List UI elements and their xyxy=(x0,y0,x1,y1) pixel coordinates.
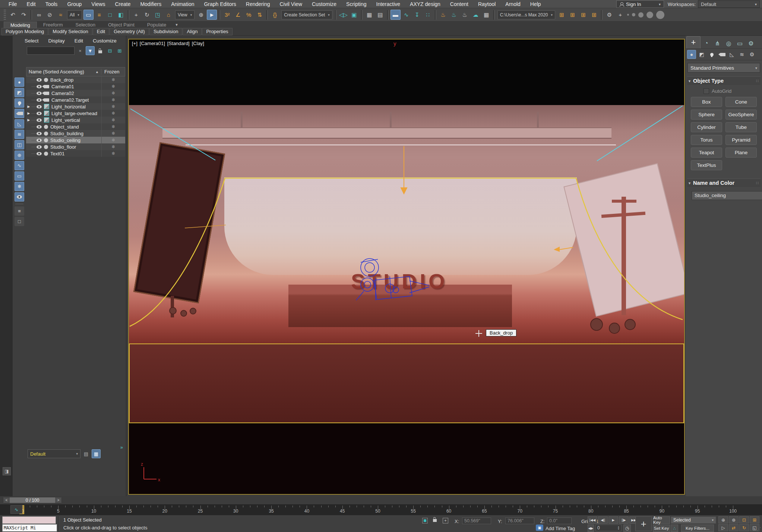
select-by-name-icon[interactable]: ≡ xyxy=(94,10,104,20)
menu-raytool[interactable]: Raytool xyxy=(473,0,500,8)
object-row-camera02[interactable]: Camera02❄ xyxy=(26,90,125,96)
tab-utilities[interactable]: ⚙ xyxy=(746,38,756,48)
add-time-tag-button[interactable]: ▣ xyxy=(536,525,543,531)
schematic-view-icon[interactable]: ↧ xyxy=(412,10,422,20)
name-column-header[interactable]: Name (Sorted Ascending) ▲ xyxy=(26,69,101,75)
overflow-chevrons[interactable]: » xyxy=(120,444,123,450)
category-lights-icon[interactable] xyxy=(707,50,716,59)
toggle-scene-explorer-icon[interactable]: ▦ xyxy=(364,10,374,20)
time-configuration-button[interactable]: ◷ xyxy=(623,525,631,532)
display-list-icon[interactable]: ≡ xyxy=(15,206,24,216)
torus-button[interactable]: Torus xyxy=(691,135,722,145)
tab-display[interactable]: ▭ xyxy=(734,38,745,48)
display-bones-icon[interactable]: ∿ xyxy=(15,161,24,170)
expand-arrow-icon[interactable]: ▶ xyxy=(26,118,31,122)
rectangular-selection-region-icon[interactable]: □ xyxy=(105,10,115,20)
menu-views[interactable]: Views xyxy=(86,0,110,8)
object-row-studio_ceiling[interactable]: Studio_ceiling❄ xyxy=(26,137,125,143)
ribbon-button-geometry-all-[interactable]: Geometry (All) xyxy=(110,28,149,35)
percent-snap-toggle-icon[interactable]: % xyxy=(244,10,254,20)
name-color-rollout-header[interactable]: ▾ Name and Color ∷ xyxy=(687,178,761,187)
key-mode-dropdown[interactable]: Selected xyxy=(671,516,716,524)
object-row-light_horizontal[interactable]: ▶Light_horizontal❄ xyxy=(26,103,125,110)
maxscript-mini-listener[interactable]: MAXScript Mi xyxy=(2,524,57,532)
menu-arnold[interactable]: Arnold xyxy=(500,0,525,8)
visibility-eye-icon[interactable] xyxy=(37,152,42,155)
menu-create[interactable]: Create xyxy=(110,0,135,8)
macro-script-4-icon[interactable]: ⊞ xyxy=(589,10,599,20)
maxscript-mini-listener-pink[interactable] xyxy=(2,516,56,524)
menu-edit[interactable]: Edit xyxy=(22,0,41,8)
menu-customize[interactable]: Customize xyxy=(307,0,341,8)
toggle-layer-explorer-icon[interactable]: ▤ xyxy=(375,10,385,20)
explorer-menu-display[interactable]: Display xyxy=(44,38,69,44)
textplus-button[interactable]: TextPlus xyxy=(691,160,722,170)
track-bar[interactable]: 0510152025303540455055606570758085909510… xyxy=(0,504,762,515)
ribbon-button-properties[interactable]: Properties xyxy=(202,28,232,35)
visibility-eye-icon[interactable] xyxy=(37,145,42,149)
visibility-eye-icon[interactable] xyxy=(37,132,42,135)
object-row-light_vertical[interactable]: ▶Light_vertical❄ xyxy=(26,117,125,123)
select-and-link-icon[interactable]: ∞ xyxy=(34,10,44,20)
select-object-icon[interactable]: ▭ xyxy=(83,10,94,20)
brush-preset-1-icon[interactable] xyxy=(627,14,629,16)
viewport-menu-1[interactable]: [Camera01] xyxy=(140,41,165,46)
brush-preset-3-icon[interactable] xyxy=(638,12,644,18)
menu-axyz-design[interactable]: AXYZ design xyxy=(405,0,445,8)
mirror-icon[interactable]: ◁▷ xyxy=(338,10,348,20)
toolbar-drag-handle[interactable] xyxy=(4,10,6,20)
object-row-back_drop[interactable]: Back_drop❄ xyxy=(26,76,125,83)
ribbon-tab-populate[interactable]: Populate xyxy=(141,22,173,28)
ribbon-button-subdivision[interactable]: Subdivision xyxy=(149,28,183,35)
display-helpers-icon[interactable]: ◺ xyxy=(15,119,24,129)
expand-arrow-icon[interactable]: ▶ xyxy=(26,105,31,108)
align-icon[interactable]: ▣ xyxy=(349,10,359,20)
menu-civil-view[interactable]: Civil View xyxy=(275,0,307,8)
zoom-all-icon[interactable]: ⊛ xyxy=(729,516,739,523)
category-cameras-icon[interactable] xyxy=(717,50,726,59)
isolate-selection-toggle[interactable] xyxy=(422,518,428,523)
orbit-icon[interactable]: ↻ xyxy=(739,524,749,531)
ribbon-tab-object-paint[interactable]: Object Paint xyxy=(102,22,141,28)
toggle-ribbon-icon[interactable]: ▬ xyxy=(391,10,401,20)
display-none-icon[interactable]: □ xyxy=(15,217,24,226)
viewport-layout-tab-button[interactable]: ◨ xyxy=(3,467,11,475)
ribbon-button-edit[interactable]: Edit xyxy=(93,28,109,35)
previous-frame-button[interactable]: ◀|| xyxy=(598,516,608,524)
key-filters-button[interactable]: Key Filters... xyxy=(681,525,714,532)
z-coord-field[interactable]: 0.0" xyxy=(547,517,572,524)
time-slider[interactable]: < 0 / 100 > xyxy=(3,497,62,503)
frozen-toggle-icon[interactable]: ❄ xyxy=(101,103,125,110)
tab-modify[interactable]: ◔ xyxy=(701,38,712,48)
geosphere-button[interactable]: GeoSphere xyxy=(725,110,757,120)
angle-snap-toggle-icon[interactable]: ∠ xyxy=(233,10,243,20)
macro-script-3-icon[interactable]: ⊞ xyxy=(578,10,588,20)
object-row-studio_floor[interactable]: Studio_floor❄ xyxy=(26,143,125,150)
autogrid-checkbox[interactable] xyxy=(703,88,709,94)
menu-scripting[interactable]: Scripting xyxy=(341,0,371,8)
select-and-move-icon[interactable]: + xyxy=(131,10,141,20)
plane-button[interactable]: Plane xyxy=(725,148,757,158)
object-row-camera02.target[interactable]: Camera02.Target❄ xyxy=(26,96,125,103)
ribbon-tab-freeform[interactable]: Freeform xyxy=(37,22,69,28)
menu-modifiers[interactable]: Modifiers xyxy=(135,0,166,8)
select-and-manipulate-icon[interactable]: ► xyxy=(207,10,217,20)
hierarchy-view-icon[interactable]: ▦ xyxy=(92,449,101,458)
play-animation-button[interactable]: ▶ xyxy=(608,516,618,524)
macro-script-2-icon[interactable]: ⊞ xyxy=(567,10,578,20)
frozen-toggle-icon[interactable]: ❄ xyxy=(101,150,125,157)
cylinder-button[interactable]: Cylinder xyxy=(691,122,722,132)
set-keys-button[interactable]: + xyxy=(635,516,652,531)
tab-create[interactable]: + xyxy=(686,36,701,48)
workspace-dropdown[interactable]: Default ▾ xyxy=(698,0,760,8)
display-groups-icon[interactable]: ◫ xyxy=(15,140,24,149)
display-shapes-icon[interactable]: ◩ xyxy=(15,88,24,97)
menu-file[interactable]: File xyxy=(4,0,22,8)
display-lights-icon[interactable] xyxy=(15,98,24,108)
display-space-warps-icon[interactable]: ≋ xyxy=(15,130,24,139)
key-filter-icon[interactable]: ∴ xyxy=(671,525,678,532)
viewport-menu-0[interactable]: [+] xyxy=(132,41,137,46)
bind-to-space-warp-icon[interactable]: ≈ xyxy=(56,10,66,20)
edit-named-selection-sets-icon[interactable]: {} xyxy=(270,10,280,20)
frozen-toggle-icon[interactable]: ❄ xyxy=(101,137,125,143)
